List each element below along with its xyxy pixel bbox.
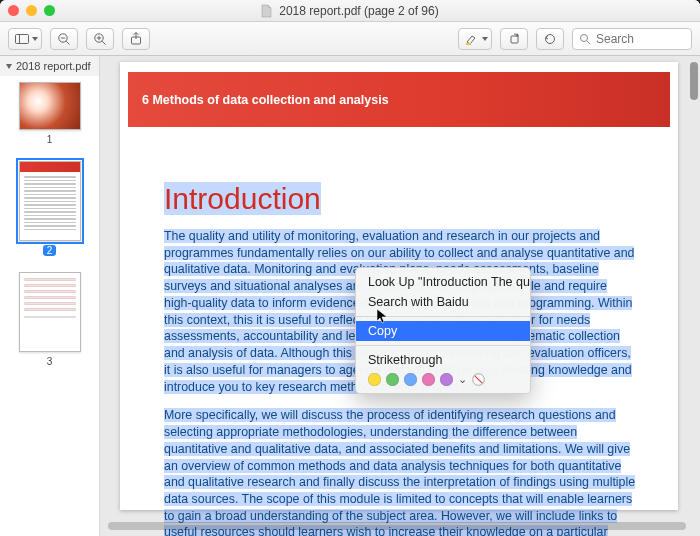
- zoom-in-button[interactable]: [86, 28, 114, 50]
- thumbnail-page-number: 3: [47, 356, 53, 367]
- svg-line-15: [587, 40, 590, 43]
- thumbnail-page-preview: [19, 272, 81, 352]
- svg-rect-12: [511, 36, 518, 43]
- horizontal-scrollbar[interactable]: [108, 522, 686, 530]
- share-icon: [130, 32, 142, 45]
- thumbnail-page-preview: [19, 161, 81, 241]
- scroll-thumb[interactable]: [108, 522, 686, 530]
- markup-toolbar-button[interactable]: [536, 28, 564, 50]
- markup-icon: [543, 33, 557, 45]
- sidebar-icon: [15, 34, 29, 44]
- disclosure-triangle-icon: [6, 64, 12, 69]
- menu-item-copy[interactable]: Copy: [356, 321, 530, 341]
- window-title: 2018 report.pdf (page 2 of 96): [279, 4, 438, 18]
- document-heading: Introduction: [164, 182, 321, 215]
- thumbnail-list: 1 2 3: [0, 76, 99, 536]
- highlighter-icon: [465, 33, 479, 45]
- minimize-window-button[interactable]: [26, 5, 37, 16]
- thumbnail-item[interactable]: 1: [19, 82, 81, 145]
- svg-line-3: [66, 41, 69, 44]
- highlight-button[interactable]: [458, 28, 492, 50]
- remove-highlight-swatch[interactable]: [472, 373, 485, 386]
- svg-rect-0: [16, 34, 29, 43]
- highlight-purple-swatch[interactable]: [440, 373, 453, 386]
- close-window-button[interactable]: [8, 5, 19, 16]
- document-viewer: 6 Methods of data collection and analysi…: [100, 56, 700, 536]
- traffic-lights: [8, 5, 55, 16]
- vertical-scrollbar[interactable]: [690, 62, 698, 510]
- thumbnail-page-number: 1: [47, 134, 53, 145]
- thumbnails-sidebar: 2018 report.pdf 1 2: [0, 56, 100, 536]
- thumbnail-item[interactable]: 3: [19, 272, 81, 367]
- view-mode-button[interactable]: [8, 28, 42, 50]
- title-bar: 2018 report.pdf (page 2 of 96): [0, 0, 700, 22]
- thumbnail-page-number: 2: [43, 245, 57, 256]
- search-field[interactable]: [572, 28, 692, 50]
- chevron-down-icon: [32, 37, 38, 41]
- sidebar-document-header[interactable]: 2018 report.pdf: [0, 56, 99, 76]
- highlight-pink-swatch[interactable]: [422, 373, 435, 386]
- highlight-green-swatch[interactable]: [386, 373, 399, 386]
- highlight-yellow-swatch[interactable]: [368, 373, 381, 386]
- zoom-window-button[interactable]: [44, 5, 55, 16]
- menu-separator: [356, 345, 530, 346]
- annotate-dropdown-glyph[interactable]: ⌄: [458, 373, 467, 386]
- toolbar: [0, 22, 700, 56]
- document-proxy-icon: [261, 4, 273, 18]
- search-icon: [579, 33, 591, 45]
- thumbnail-page-preview: [19, 82, 81, 130]
- highlight-color-row: ⌄: [356, 370, 530, 389]
- document-paragraph: More specifically, we will discuss the p…: [164, 408, 635, 536]
- zoom-out-button[interactable]: [50, 28, 78, 50]
- zoom-out-icon: [57, 32, 71, 46]
- rotate-icon: [508, 32, 521, 45]
- thumbnail-item[interactable]: 2: [19, 161, 81, 256]
- svg-point-14: [581, 34, 588, 41]
- zoom-in-icon: [93, 32, 107, 46]
- menu-separator: [356, 316, 530, 317]
- scroll-thumb[interactable]: [690, 62, 698, 100]
- menu-item-search-baidu[interactable]: Search with Baidu: [356, 292, 530, 312]
- menu-item-lookup[interactable]: Look Up "Introduction The quality...": [356, 272, 530, 292]
- sidebar-document-name: 2018 report.pdf: [16, 60, 91, 72]
- content-area: 2018 report.pdf 1 2: [0, 56, 700, 536]
- menu-item-strikethrough[interactable]: Strikethrough: [356, 350, 530, 370]
- svg-line-6: [102, 41, 105, 44]
- page-banner: 6 Methods of data collection and analysi…: [128, 72, 670, 127]
- chevron-down-icon: [482, 37, 488, 41]
- rotate-button[interactable]: [500, 28, 528, 50]
- context-menu: Look Up "Introduction The quality..." Se…: [355, 267, 531, 394]
- share-button[interactable]: [122, 28, 150, 50]
- app-window: 2018 report.pdf (page 2 of 96): [0, 0, 700, 536]
- highlight-blue-swatch[interactable]: [404, 373, 417, 386]
- banner-text: 6 Methods of data collection and analysi…: [142, 93, 389, 107]
- search-input[interactable]: [596, 32, 685, 46]
